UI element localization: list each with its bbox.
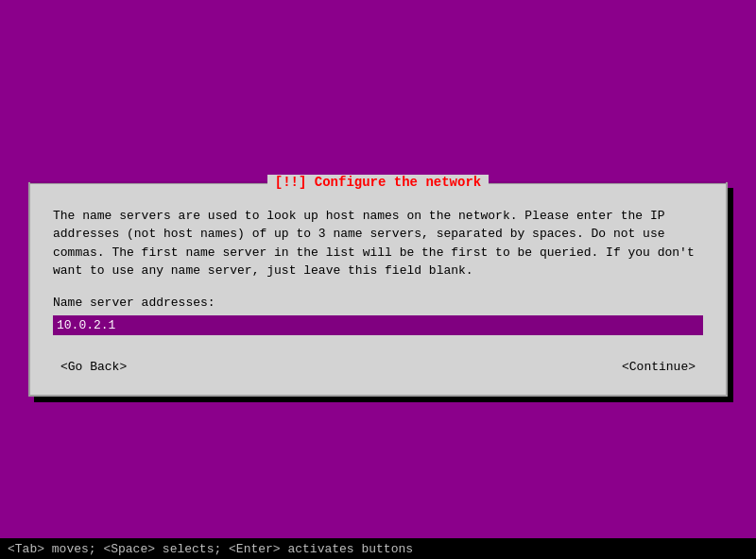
title-bar-line-left xyxy=(30,181,267,183)
dialog: [!!] Configure the network The name serv… xyxy=(28,182,728,397)
dialog-content: The name servers are used to look up hos… xyxy=(30,188,726,395)
status-bar-text: <Tab> moves; <Space> selects; <Enter> ac… xyxy=(8,542,413,556)
continue-button[interactable]: <Continue> xyxy=(614,358,703,376)
title-bar-line-right xyxy=(489,181,726,183)
input-label: Name server addresses: xyxy=(53,296,703,310)
description-text: The name servers are used to look up hos… xyxy=(53,207,703,280)
nameserver-input[interactable] xyxy=(53,315,703,335)
status-bar: <Tab> moves; <Space> selects; <Enter> ac… xyxy=(0,538,756,559)
title-bar: [!!] Configure the network xyxy=(30,175,726,190)
go-back-button[interactable]: <Go Back> xyxy=(53,358,134,376)
button-row: <Go Back> <Continue> xyxy=(53,354,703,380)
dialog-title: [!!] Configure the network xyxy=(267,175,489,190)
input-wrapper xyxy=(53,315,703,335)
